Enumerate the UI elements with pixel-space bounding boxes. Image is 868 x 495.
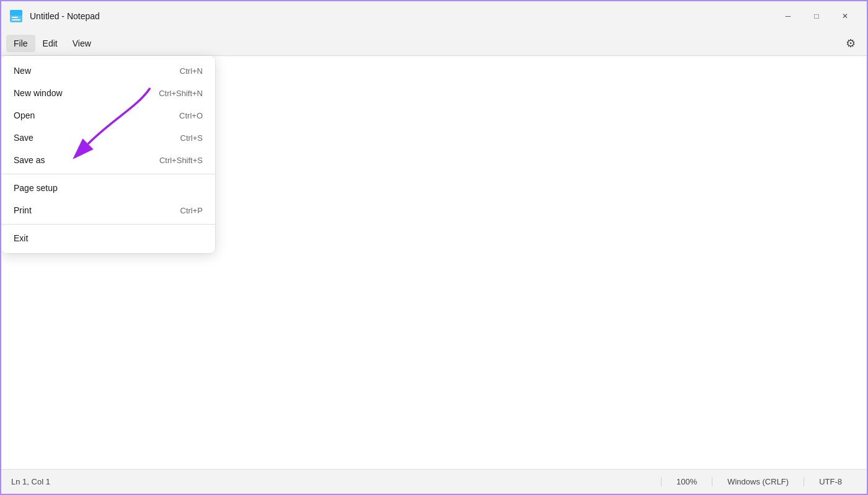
menu-item-new-shortcut: Ctrl+N [180, 66, 203, 76]
statusbar-position: Ln 1, Col 1 [11, 477, 661, 486]
menu-item-print-label: Print [14, 205, 32, 215]
menu-item-save-as-shortcut: Ctrl+Shift+S [159, 156, 203, 165]
file-dropdown-menu: New Ctrl+N New window Ctrl+Shift+N Open … [1, 56, 215, 253]
menu-view[interactable]: View [65, 35, 99, 52]
svg-rect-1 [10, 10, 22, 16]
menu-file[interactable]: File [6, 35, 35, 52]
menu-item-new-window-shortcut: Ctrl+Shift+N [159, 89, 203, 98]
separator-1 [1, 174, 215, 174]
statusbar-zoom[interactable]: 100% [661, 477, 712, 486]
menu-item-open[interactable]: Open Ctrl+O [1, 104, 215, 127]
menu-item-open-label: Open [14, 110, 35, 120]
menu-item-new-label: New [14, 66, 31, 76]
close-button[interactable]: ✕ [831, 6, 859, 26]
menu-item-page-setup[interactable]: Page setup [1, 177, 215, 199]
window-controls: ─ □ ✕ [774, 6, 859, 26]
statusbar: Ln 1, Col 1 100% Windows (CRLF) UTF-8 [1, 469, 867, 494]
menu-item-print[interactable]: Print Ctrl+P [1, 199, 215, 221]
menu-item-open-shortcut: Ctrl+O [179, 111, 203, 120]
menu-item-print-shortcut: Ctrl+P [180, 206, 203, 215]
statusbar-right: 100% Windows (CRLF) UTF-8 [661, 477, 857, 486]
menu-item-exit[interactable]: Exit [1, 227, 215, 249]
menu-item-new[interactable]: New Ctrl+N [1, 60, 215, 82]
app-icon [9, 9, 24, 24]
svg-rect-3 [12, 19, 20, 20]
titlebar: Untitled - Notepad ─ □ ✕ [1, 1, 867, 31]
settings-button[interactable]: ⚙ [839, 32, 862, 55]
statusbar-line-endings[interactable]: Windows (CRLF) [712, 477, 804, 486]
minimize-button[interactable]: ─ [774, 6, 802, 26]
menu-item-save-as-label: Save as [14, 155, 45, 165]
menu-item-page-setup-label: Page setup [14, 183, 58, 193]
svg-rect-2 [12, 17, 18, 18]
menu-item-save-as[interactable]: Save as Ctrl+Shift+S [1, 149, 215, 171]
menubar: File Edit View ⚙ New Ctrl+N New window C… [1, 31, 867, 56]
menu-item-save-label: Save [14, 133, 33, 143]
window-title: Untitled - Notepad [30, 11, 768, 21]
menu-item-save-shortcut: Ctrl+S [180, 133, 203, 143]
maximize-button[interactable]: □ [802, 6, 831, 26]
menu-item-exit-label: Exit [14, 233, 28, 243]
separator-2 [1, 224, 215, 225]
menu-item-save[interactable]: Save Ctrl+S [1, 127, 215, 149]
statusbar-encoding[interactable]: UTF-8 [804, 477, 857, 486]
menu-item-new-window[interactable]: New window Ctrl+Shift+N [1, 82, 215, 104]
menu-edit[interactable]: Edit [35, 35, 65, 52]
gear-icon: ⚙ [846, 37, 856, 50]
menu-item-new-window-label: New window [14, 88, 63, 98]
